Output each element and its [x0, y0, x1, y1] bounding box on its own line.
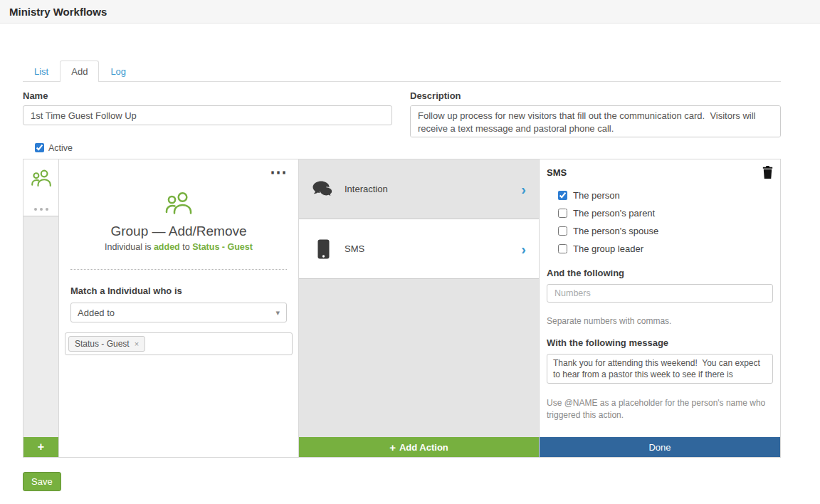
active-checkbox[interactable] — [35, 143, 44, 152]
summary-connector: to — [182, 242, 189, 252]
name-field-group: Name — [23, 90, 392, 140]
match-label: Match a Individual who is — [70, 285, 287, 296]
kebab-menu-icon[interactable]: ⋯ — [270, 159, 288, 185]
action-row-interaction[interactable]: Interaction › — [299, 159, 539, 219]
recipient-label: The person's spouse — [573, 226, 658, 236]
trigger-title: Group — Add/Remove — [70, 224, 287, 239]
trigger-card: ⋯ Group — Add/Remove Individual is added… — [58, 159, 299, 458]
description-label: Description — [410, 90, 781, 101]
caret-down-icon: ▾ — [275, 308, 280, 317]
numbers-label: And the following — [547, 268, 773, 278]
actions-list: Interaction › SMS › + Add Action — [299, 159, 539, 458]
recipient-label: The person's parent — [573, 208, 655, 219]
recipient-label: The group leader — [573, 243, 643, 254]
chevron-right-icon: › — [521, 242, 526, 256]
drag-handle-dots-icon — [34, 208, 48, 211]
detail-header: SMS — [547, 165, 773, 179]
message-label: With the following message — [547, 337, 773, 348]
detail-title: SMS — [547, 167, 567, 178]
main-content: List Add Log Name Description Follow up … — [0, 61, 820, 491]
done-button[interactable]: Done — [540, 437, 780, 457]
remove-tag-icon[interactable]: × — [135, 340, 139, 348]
sms-detail-panel: SMS The person The pe — [539, 159, 781, 458]
summary-prefix: Individual is — [105, 242, 151, 252]
workflow-form: Name Description Follow up process for n… — [23, 90, 781, 140]
mobile-phone-icon — [312, 239, 335, 259]
trigger-rail: + — [23, 159, 58, 458]
trash-icon[interactable] — [762, 166, 773, 179]
recipient-checkbox-1[interactable] — [558, 209, 567, 218]
add-action-label: Add Action — [399, 442, 448, 453]
group-tag-input[interactable]: Status - Guest × — [65, 332, 293, 355]
chat-bubbles-icon — [312, 181, 335, 198]
action-label: Interaction — [345, 184, 511, 194]
recipient-checkbox-2[interactable] — [558, 226, 567, 236]
tab-add[interactable]: Add — [60, 61, 99, 82]
page-title: Ministry Workflows — [9, 6, 107, 18]
action-label: SMS — [345, 243, 511, 254]
recipient-option-parent[interactable]: The person's parent — [558, 204, 773, 222]
tab-list[interactable]: List — [23, 61, 60, 82]
numbers-help-text: Separate numbers with commas. — [547, 315, 773, 327]
recipient-options: The person The person's parent The perso… — [558, 187, 773, 258]
description-field-group: Description Follow up process for new vi… — [410, 90, 781, 140]
match-filter-value: Added to — [78, 308, 115, 318]
message-input[interactable]: Thank you for attending this weekend! Yo… — [547, 354, 773, 384]
app-window: Ministry Workflows List Add Log Name Des… — [0, 0, 820, 504]
recipient-option-person[interactable]: The person — [558, 187, 773, 204]
recipient-checkbox-3[interactable] — [558, 244, 567, 253]
tab-log[interactable]: Log — [99, 61, 137, 82]
plus-icon: + — [389, 441, 396, 453]
rail-people-icon — [31, 169, 52, 187]
action-row-sms[interactable]: SMS › — [299, 219, 539, 279]
save-button[interactable]: Save — [23, 472, 61, 491]
workflow-builder: + ⋯ Group — Add/Remove Individual is add… — [23, 159, 781, 458]
tab-bar: List Add Log — [23, 61, 781, 82]
recipient-label: The person — [573, 190, 620, 201]
trigger-summary: Individual is added to Status - Guest — [70, 242, 287, 252]
summary-target: Status - Guest — [192, 242, 253, 252]
group-chip: Status - Guest × — [68, 336, 145, 352]
name-label: Name — [23, 90, 392, 101]
divider — [70, 269, 287, 270]
trigger-rail-item[interactable] — [23, 159, 58, 216]
summary-action: added — [154, 242, 180, 252]
card-people-icon — [70, 191, 287, 215]
add-trigger-button[interactable]: + — [23, 437, 58, 457]
message-help-text: Use @NAME as a placeholder for the perso… — [547, 397, 773, 421]
group-chip-label: Status - Guest — [75, 339, 130, 349]
topbar: Ministry Workflows — [0, 0, 820, 23]
name-input[interactable] — [23, 105, 392, 125]
add-action-button[interactable]: + Add Action — [299, 437, 539, 457]
active-label: Active — [48, 143, 73, 153]
active-toggle-row: Active — [35, 142, 781, 153]
chevron-right-icon: › — [521, 182, 526, 196]
numbers-input[interactable] — [547, 284, 773, 303]
recipient-option-group-leader[interactable]: The group leader — [558, 240, 773, 258]
recipient-checkbox-0[interactable] — [558, 191, 567, 200]
recipient-option-spouse[interactable]: The person's spouse — [558, 222, 773, 240]
match-filter-select[interactable]: Added to ▾ — [70, 303, 287, 322]
description-input[interactable]: Follow up process for new visitors that … — [410, 105, 781, 137]
